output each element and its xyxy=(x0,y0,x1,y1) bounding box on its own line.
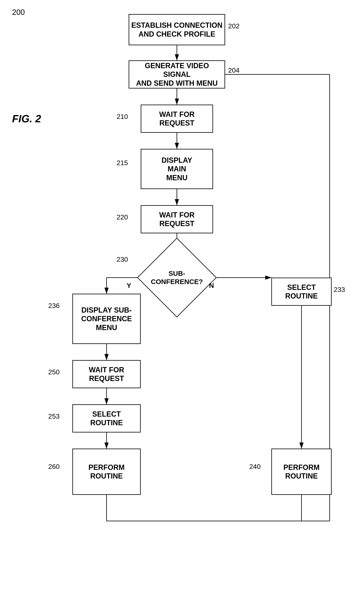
node-233: SELECTROUTINE xyxy=(271,277,332,306)
label-230: 230 xyxy=(117,256,128,263)
node-210-label: WAIT FORREQUEST xyxy=(159,110,195,127)
node-215: DISPLAYMAINMENU xyxy=(141,149,213,189)
node-250-label: WAIT FORREQUEST xyxy=(89,365,124,383)
node-204-label: GENERATE VIDEO SIGNALAND SEND WITH MENU xyxy=(131,61,222,87)
label-253: 253 xyxy=(48,412,60,420)
arrow-label-n: N xyxy=(209,282,214,290)
diagram-main-label: 200 xyxy=(12,8,25,17)
node-220-label: WAIT FORREQUEST xyxy=(159,211,195,228)
label-220: 220 xyxy=(117,213,128,221)
node-233-label: SELECTROUTINE xyxy=(285,283,318,300)
arrow-label-y: Y xyxy=(127,282,131,290)
label-233: 233 xyxy=(334,286,345,293)
node-260: PERFORMROUTINE xyxy=(72,448,141,495)
node-236: DISPLAY SUB-CONFERENCEMENU xyxy=(72,294,141,344)
node-240: PERFORMROUTINE xyxy=(271,448,332,495)
label-240: 240 xyxy=(249,463,261,470)
node-250: WAIT FORREQUEST xyxy=(72,360,141,388)
label-215: 215 xyxy=(117,159,128,167)
node-253-label: SELECTROUTINE xyxy=(90,410,123,427)
node-230-label: SUB-CONFERENCE? xyxy=(151,269,203,286)
node-253: SELECTROUTINE xyxy=(72,404,141,433)
node-202-label: ESTABLISH CONNECTIONAND CHECK PROFILE xyxy=(131,21,222,38)
label-236: 236 xyxy=(48,302,60,310)
label-250: 250 xyxy=(48,368,60,376)
page: 200 FIG. 2 xyxy=(0,0,364,593)
node-240-label: PERFORMROUTINE xyxy=(283,463,319,480)
node-215-label: DISPLAYMAINMENU xyxy=(162,156,192,182)
node-202: ESTABLISH CONNECTIONAND CHECK PROFILE xyxy=(129,14,225,45)
node-236-label: DISPLAY SUB-CONFERENCEMENU xyxy=(81,306,132,332)
node-204: GENERATE VIDEO SIGNALAND SEND WITH MENU xyxy=(129,60,225,88)
label-204: 204 xyxy=(228,66,240,74)
label-210: 210 xyxy=(117,113,128,120)
node-220: WAIT FORREQUEST xyxy=(141,205,213,233)
node-230: SUB-CONFERENCE? xyxy=(149,250,205,306)
label-202: 202 xyxy=(228,22,240,30)
label-260: 260 xyxy=(48,463,60,470)
flowchart: ESTABLISH CONNECTIONAND CHECK PROFILE 20… xyxy=(60,6,342,589)
node-210: WAIT FORREQUEST xyxy=(141,105,213,133)
node-260-label: PERFORMROUTINE xyxy=(88,463,125,480)
figure-label: FIG. 2 xyxy=(12,113,41,125)
